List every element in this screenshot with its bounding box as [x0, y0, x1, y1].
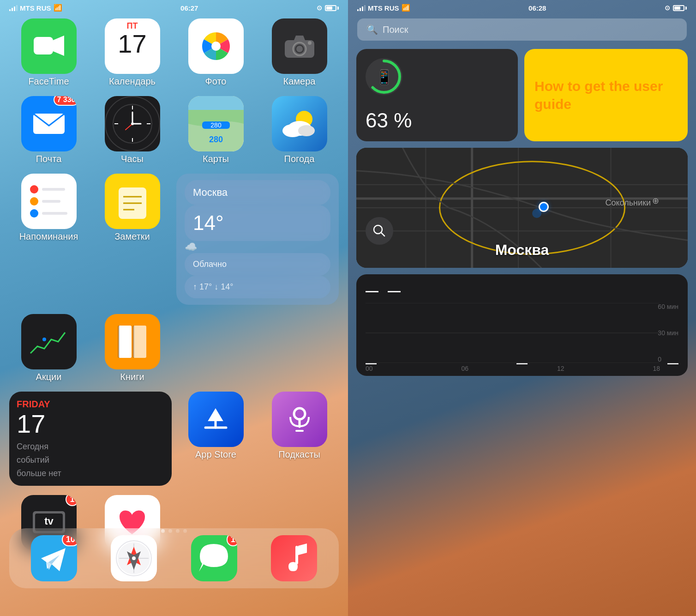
weather-widget[interactable]: Москва 14° ☁️ Облачно ↑ 17° ↓ 14°	[176, 174, 339, 305]
wifi-icon-left: 📶	[54, 4, 62, 12]
svg-marker-1	[53, 36, 64, 56]
chart-label-60min: 60 мин	[658, 303, 678, 310]
status-right-left-info: MTS RUS 📶	[357, 4, 410, 12]
app-notes[interactable]: Заметки	[93, 174, 172, 305]
camera-icon	[272, 18, 327, 74]
maps-label: Карты	[203, 154, 229, 164]
mail-badge: 7 330	[54, 96, 76, 106]
notes-icon	[105, 174, 160, 229]
dock-music[interactable]	[271, 535, 317, 581]
svg-rect-0	[34, 37, 53, 54]
battery-fill	[326, 6, 332, 10]
photos-icon	[188, 18, 244, 74]
signal-bars-right	[357, 5, 366, 11]
map-widget[interactable]: Сокольники ⊕ Москва	[356, 148, 688, 268]
stocks-icon	[21, 314, 77, 369]
cal-widget-text2: событий	[17, 455, 164, 465]
app-camera[interactable]: Камера	[260, 18, 339, 87]
app-photos[interactable]: Фото	[176, 18, 255, 87]
weather-city: Москва	[185, 180, 330, 205]
app-facetime[interactable]: FaceTime	[9, 18, 88, 87]
app-stocks[interactable]: Акции	[9, 314, 88, 382]
svg-rect-37	[132, 326, 134, 358]
messages-icon: 1	[191, 535, 237, 581]
weather-app-icon	[272, 96, 327, 151]
map-location-dot	[539, 202, 549, 212]
telegram-icon: 10	[31, 535, 77, 581]
facetime-icon	[21, 18, 77, 74]
weather-temp: 14°	[185, 205, 330, 241]
app-grid-left: FaceTime ПТ 17 Календарь	[0, 14, 348, 568]
app-appstore[interactable]: App Store	[176, 392, 255, 486]
weather-app-label: Погода	[284, 154, 315, 164]
signal-bars-left	[9, 5, 18, 11]
facetime-label: FaceTime	[28, 76, 69, 87]
widgets-row-1: 📱 63 % How to get the user guide	[356, 49, 688, 141]
dock-messages[interactable]: 1	[191, 535, 237, 581]
status-bar-right: MTS RUS 📶 06:28 ⊙	[348, 0, 696, 14]
svg-point-8	[308, 41, 312, 45]
dock-safari[interactable]	[111, 535, 157, 581]
photos-label: Фото	[205, 76, 227, 87]
calendar-widget[interactable]: FRIDAY 17 Сегодня событий больше нет	[9, 392, 172, 486]
app-reminders[interactable]: Напоминания	[9, 174, 88, 305]
music-icon	[271, 535, 317, 581]
svg-rect-34	[119, 326, 132, 358]
app-mail[interactable]: 7 330 Почта	[9, 96, 88, 164]
svg-point-28	[298, 125, 315, 136]
cal-widget-text1: Сегодня	[17, 442, 164, 452]
battery-body	[325, 5, 336, 11]
search-icon: 🔍	[366, 24, 378, 35]
weather-widget-container: Москва 14° ☁️ Облачно ↑ 17° ↓ 14°	[176, 174, 339, 305]
svg-point-3	[211, 42, 221, 51]
mail-label: Почта	[36, 154, 62, 164]
notes-label: Заметки	[114, 231, 150, 242]
cal-widget-num: 17	[17, 410, 164, 438]
dock-telegram[interactable]: 10	[31, 535, 77, 581]
search-bar[interactable]: 🔍 Поиск	[357, 18, 687, 41]
app-clock[interactable]: Часы	[93, 96, 172, 164]
battery-percent-text: 63 %	[366, 109, 412, 132]
chart-labels-right: 60 мин 30 мин 0	[658, 303, 678, 363]
map-background: Сокольники ⊕ Москва	[356, 148, 688, 268]
battery-status-right	[673, 5, 687, 11]
map-search-button[interactable]	[366, 217, 393, 245]
app-maps[interactable]: 280 280 Карты	[176, 96, 255, 164]
screen-record-icon: ⊙	[317, 4, 322, 12]
reminders-dots	[23, 178, 74, 224]
signal-bar-3	[14, 6, 15, 11]
activity-bottom-dashes: — — —	[366, 356, 678, 369]
battery-phone-icon: 📱	[376, 69, 393, 85]
bottom-dash-2: —	[516, 356, 528, 369]
calendar-day-num: 17	[118, 31, 146, 57]
activity-widget[interactable]: — — 60 мин 30 мин 0 00 06 12	[356, 274, 688, 376]
app-books[interactable]: Книги	[93, 314, 172, 382]
battery-tip	[337, 6, 339, 10]
activity-dash-2: —	[388, 284, 401, 298]
phone-left: MTS RUS 📶 06:27 ⊙ FaceTime ПТ	[0, 0, 348, 616]
books-icon	[105, 314, 160, 369]
svg-point-18	[131, 122, 134, 125]
carrier-left: MTS RUS	[20, 4, 51, 12]
battery-tip-right	[685, 6, 687, 10]
app-podcasts[interactable]: Подкасты	[260, 392, 339, 486]
appstore-label: App Store	[195, 449, 236, 460]
signal-bar-1	[9, 9, 11, 11]
wifi-icon-right: 📶	[402, 4, 410, 12]
app-weather[interactable]: Погода	[260, 96, 339, 164]
activity-chart-svg	[366, 303, 678, 363]
telegram-badge: 10	[62, 535, 77, 546]
signal-bar-4	[16, 5, 18, 11]
svg-point-33	[42, 338, 46, 341]
user-guide-text: How to get the user guide	[534, 77, 678, 113]
battery-widget[interactable]: 📱 63 %	[356, 49, 518, 141]
signal-bar-r4	[364, 5, 366, 11]
user-guide-widget[interactable]: How to get the user guide	[524, 49, 688, 141]
status-icons-right: ⊙	[665, 4, 687, 12]
status-bar-left: MTS RUS 📶 06:27 ⊙	[0, 0, 348, 14]
battery-fill-right	[674, 6, 680, 10]
time-right: 06:28	[528, 4, 546, 12]
podcasts-label: Подкасты	[278, 449, 320, 460]
app-calendar[interactable]: ПТ 17 Календарь	[93, 18, 172, 87]
podcasts-icon	[272, 392, 327, 447]
